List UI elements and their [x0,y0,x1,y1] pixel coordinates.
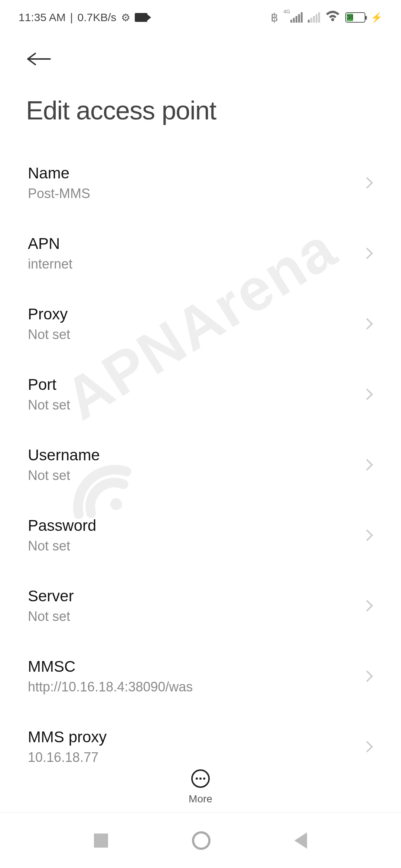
setting-item-apn[interactable]: APN internet [7,218,394,289]
charging-icon: ⚡ [371,12,382,23]
svg-point-1 [331,18,334,21]
setting-value: Not set [28,609,74,624]
nav-back-icon[interactable] [294,832,307,849]
settings-indicator-icon: ⚙ [121,11,130,24]
setting-item-name[interactable]: Name Post-MMS [7,148,394,218]
setting-value: http://10.16.18.4:38090/was [28,679,193,695]
setting-item-server[interactable]: Server Not set [7,571,394,641]
chevron-right-icon [361,318,373,329]
signal-strength-sim1-icon [290,12,303,23]
setting-item-proxy[interactable]: Proxy Not set [7,289,394,359]
status-separator: | [70,11,73,24]
setting-label: Port [28,376,70,394]
setting-value: 10.16.18.77 [28,750,107,765]
setting-item-password[interactable]: Password Not set [7,500,394,571]
chevron-right-icon [361,600,373,611]
chevron-right-icon [361,388,373,400]
setting-value: Not set [28,538,96,554]
navigation-bar [0,812,401,868]
setting-label: Name [28,164,90,182]
status-time: 11:35 AM [19,11,66,24]
page-title: Edit access point [0,81,401,148]
setting-label: MMSC [28,658,193,675]
setting-label: Server [28,587,74,605]
battery-level: 38 [347,14,353,21]
setting-label: APN [28,235,72,253]
chevron-right-icon [361,247,373,259]
chevron-right-icon [361,177,373,188]
settings-list: Name Post-MMS APN internet Proxy Not set… [0,148,401,782]
back-button[interactable] [26,48,375,70]
setting-label: Password [28,517,96,535]
setting-value: Not set [28,468,100,483]
battery-icon: 38 [345,12,365,23]
setting-value: Not set [28,327,70,342]
setting-label: Proxy [28,305,70,323]
setting-label: MMS proxy [28,728,107,746]
wifi-icon [325,10,340,25]
status-bar: 11:35 AM | 0.7KB/s ⚙ ฿ 4G 38 ⚡ [0,0,401,30]
nav-home-icon[interactable] [192,831,211,850]
bluetooth-icon: ฿ [271,10,278,24]
chevron-right-icon [361,741,373,752]
setting-item-username[interactable]: Username Not set [7,430,394,500]
setting-value: Post-MMS [28,186,90,201]
chevron-right-icon [361,459,373,470]
chevron-right-icon [361,529,373,541]
signal-strength-sim2-icon [308,12,320,23]
setting-item-port[interactable]: Port Not set [7,359,394,430]
setting-label: Username [28,446,100,464]
more-label: More [189,793,212,805]
setting-value: Not set [28,397,70,413]
nav-recents-icon[interactable] [94,834,108,848]
setting-value: internet [28,256,72,272]
chevron-right-icon [361,670,373,682]
network-type-label: 4G [283,9,290,14]
setting-item-mmsc[interactable]: MMSC http://10.16.18.4:38090/was [7,641,394,711]
setting-item-mms-proxy[interactable]: MMS proxy 10.16.18.77 [7,711,394,782]
camera-indicator-icon [135,13,147,22]
status-data-rate: 0.7KB/s [78,11,117,24]
